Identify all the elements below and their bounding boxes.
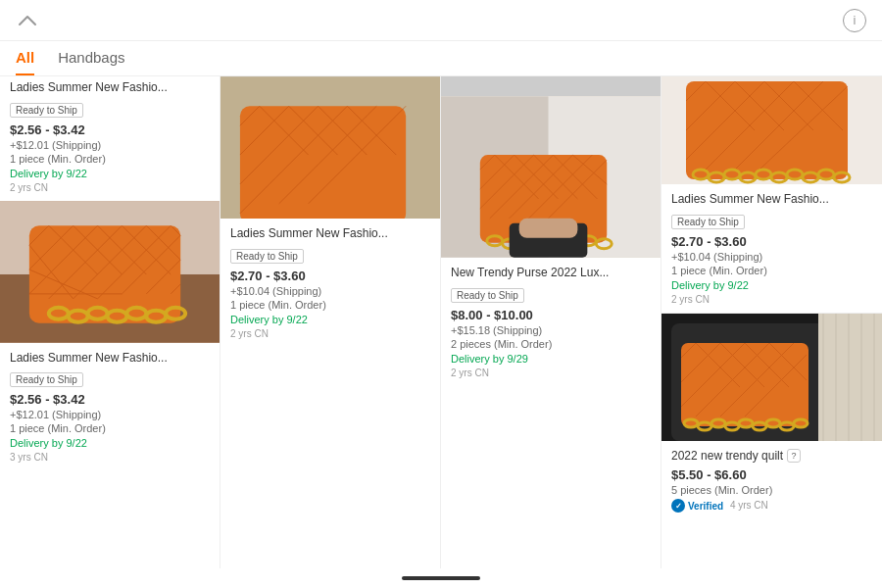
supplier-3a: 2 yrs CN bbox=[451, 368, 651, 378]
product-column-3: New Trendy Purse 2022 Lux... Ready to Sh… bbox=[441, 76, 662, 568]
ready-badge-2a: Ready to Ship bbox=[230, 249, 304, 264]
delivery-2a: Delivery by 9/22 bbox=[230, 314, 430, 325]
shipping-2a: +$10.04 (Shipping) bbox=[230, 285, 430, 297]
price-1b: $2.56 - $3.42 bbox=[10, 392, 210, 407]
product-column-4: Ladies Summer New Fashio... Ready to Shi… bbox=[662, 76, 882, 568]
delivery-3a: Delivery by 9/29 bbox=[451, 353, 651, 365]
min-order-4b: 5 pieces (Min. Order) bbox=[671, 484, 872, 496]
supplier-2a: 2 yrs CN bbox=[230, 328, 430, 339]
ready-badge-4a: Ready to Ship bbox=[671, 215, 745, 229]
product-card-4b[interactable]: 2022 new trendy quilt ? $5.50 - $6.60 5 … bbox=[662, 313, 882, 568]
product-card-2a[interactable]: Ladies Summer New Fashio... Ready to Shi… bbox=[220, 76, 440, 568]
product-title-1b: Ladies Summer New Fashio... bbox=[10, 351, 210, 367]
ready-badge-1a: Ready to Ship bbox=[10, 103, 83, 118]
ready-badge-3a: Ready to Ship bbox=[451, 288, 524, 303]
product-grid: Ladies Summer New Fashio... Ready to Shi… bbox=[0, 76, 882, 568]
tab-handbags[interactable]: Handbags bbox=[58, 49, 124, 75]
info-icon-label: i bbox=[854, 13, 857, 27]
product-card-1a[interactable]: Ladies Summer New Fashio... Ready to Shi… bbox=[0, 76, 220, 201]
product-column-2: Ladies Summer New Fashio... Ready to Shi… bbox=[220, 76, 441, 568]
verified-badge: ✓ Verified bbox=[671, 499, 723, 513]
supplier-years-4b: 4 yrs CN bbox=[730, 500, 768, 511]
tab-all[interactable]: All bbox=[16, 49, 34, 75]
svg-rect-99 bbox=[818, 314, 882, 441]
price-1a: $2.56 - $3.42 bbox=[10, 122, 210, 137]
product-image-4b bbox=[662, 314, 882, 441]
min-order-1a: 1 piece (Min. Order) bbox=[10, 153, 210, 165]
price-4a: $2.70 - $3.60 bbox=[671, 234, 872, 249]
price-2a: $2.70 - $3.60 bbox=[230, 269, 430, 283]
product-title-2a: Ladies Summer New Fashio... bbox=[230, 226, 430, 242]
shipping-4a: +$10.04 (Shipping) bbox=[671, 251, 872, 263]
product-column-1: Ladies Summer New Fashio... Ready to Shi… bbox=[0, 76, 220, 568]
product-title-4b: 2022 new trendy quilt ? bbox=[671, 449, 872, 465]
product-title-4a: Ladies Summer New Fashio... bbox=[671, 192, 872, 208]
min-order-1b: 1 piece (Min. Order) bbox=[10, 422, 210, 434]
category-tabs: All Handbags bbox=[0, 41, 882, 76]
price-4b: $5.50 - $6.60 bbox=[671, 467, 872, 482]
product-info-4b: 2022 new trendy quilt ? $5.50 - $6.60 5 … bbox=[662, 441, 882, 521]
product-info-2a: Ladies Summer New Fashio... Ready to Shi… bbox=[220, 219, 440, 347]
supplier-1b: 3 yrs CN bbox=[10, 452, 210, 463]
home-indicator bbox=[402, 576, 480, 580]
svg-rect-29 bbox=[240, 106, 406, 219]
min-order-4a: 1 piece (Min. Order) bbox=[671, 265, 872, 276]
product-info-3a: New Trendy Purse 2022 Lux... Ready to Sh… bbox=[441, 258, 661, 386]
question-icon: ? bbox=[787, 449, 801, 463]
product-image-3a-top bbox=[441, 76, 661, 96]
verified-icon: ✓ bbox=[671, 499, 685, 513]
info-icon[interactable]: i bbox=[843, 9, 866, 32]
supplier-1a: 2 yrs CN bbox=[10, 182, 210, 193]
svg-rect-74 bbox=[519, 219, 578, 238]
delivery-4a: Delivery by 9/22 bbox=[671, 279, 872, 291]
product-title-3a: New Trendy Purse 2022 Lux... bbox=[451, 266, 651, 281]
min-order-3a: 2 pieces (Min. Order) bbox=[451, 338, 651, 350]
product-image-2a bbox=[220, 76, 440, 219]
supplier-4a: 2 yrs CN bbox=[671, 294, 872, 305]
product-info-1b: Ladies Summer New Fashio... Ready to Shi… bbox=[0, 343, 220, 471]
delivery-1a: Delivery by 9/22 bbox=[10, 168, 210, 179]
product-image-4a bbox=[662, 76, 882, 184]
verified-label: Verified bbox=[688, 501, 723, 512]
product-card-3a[interactable]: New Trendy Purse 2022 Lux... Ready to Sh… bbox=[441, 76, 661, 568]
product-title-1a: Ladies Summer New Fashio... bbox=[10, 80, 210, 96]
product-card-1b[interactable]: Ladies Summer New Fashio... Ready to Shi… bbox=[0, 201, 220, 568]
shipping-1b: +$12.01 (Shipping) bbox=[10, 409, 210, 420]
supplier-4b: ✓ Verified 4 yrs CN bbox=[671, 499, 872, 513]
chevron-up-icon[interactable] bbox=[16, 9, 39, 32]
product-info-1a: Ladies Summer New Fashio... Ready to Shi… bbox=[0, 76, 220, 201]
product-image-1b bbox=[0, 201, 220, 343]
top-bar: i bbox=[0, 0, 882, 41]
app-container: i All Handbags Ladies Summer New Fashio.… bbox=[0, 0, 882, 588]
product-image-3a bbox=[441, 96, 661, 258]
product-card-4a[interactable]: Ladies Summer New Fashio... Ready to Shi… bbox=[662, 76, 882, 313]
min-order-2a: 1 piece (Min. Order) bbox=[230, 299, 430, 311]
shipping-3a: +$15.18 (Shipping) bbox=[451, 324, 651, 336]
product-info-4a: Ladies Summer New Fashio... Ready to Shi… bbox=[662, 184, 882, 313]
ready-badge-1b: Ready to Ship bbox=[10, 372, 83, 387]
delivery-1b: Delivery by 9/22 bbox=[10, 437, 210, 449]
shipping-1a: +$12.01 (Shipping) bbox=[10, 139, 210, 151]
bottom-bar bbox=[0, 568, 882, 588]
svg-rect-105 bbox=[681, 343, 808, 426]
price-3a: $8.00 - $10.00 bbox=[451, 308, 651, 322]
